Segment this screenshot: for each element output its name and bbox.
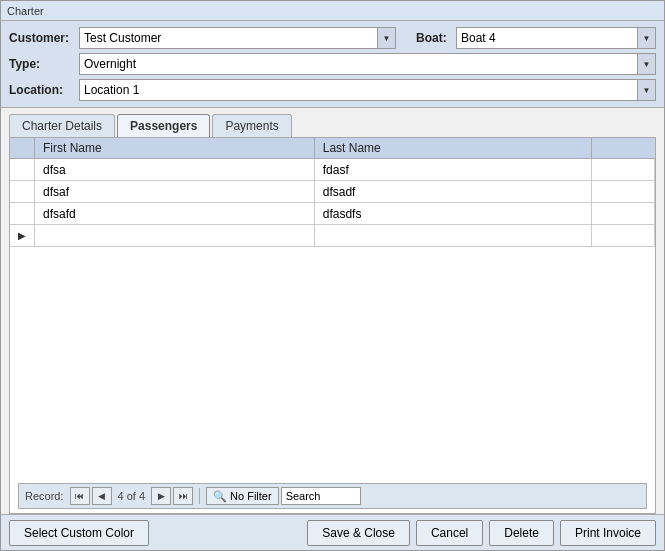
row-indicator-3: [10, 203, 35, 225]
delete-button[interactable]: Delete: [489, 520, 554, 546]
row-indicator-1: [10, 159, 35, 181]
boat-input-wrapper: ▼: [456, 27, 656, 49]
tab-bar: Charter Details Passengers Payments: [9, 114, 656, 137]
type-input[interactable]: [80, 54, 637, 74]
customer-row: Customer: ▼ Boat: ▼: [9, 27, 656, 49]
location-dropdown-arrow[interactable]: ▼: [637, 80, 655, 100]
row-indicator-2: [10, 181, 35, 203]
cell-first-3[interactable]: dfsafd: [35, 203, 315, 225]
tabs-area: Charter Details Passengers Payments: [1, 108, 664, 137]
content-area: First Name Last Name dfsa fdasf: [1, 137, 664, 514]
bottom-buttons: Select Custom Color Save & Close Cancel …: [1, 514, 664, 550]
passengers-table: First Name Last Name dfsa fdasf: [10, 138, 655, 247]
cell-first-new[interactable]: [35, 225, 315, 247]
cell-last-new[interactable]: [314, 225, 591, 247]
cell-last-2[interactable]: dfsadf: [314, 181, 591, 203]
location-input-wrapper: ▼: [79, 79, 656, 101]
boat-dropdown-arrow[interactable]: ▼: [637, 28, 655, 48]
table-row: dfsa fdasf: [10, 159, 655, 181]
cell-extra-3: [592, 203, 655, 225]
select-custom-color-button[interactable]: Select Custom Color: [9, 520, 149, 546]
print-invoice-button[interactable]: Print Invoice: [560, 520, 656, 546]
location-label: Location:: [9, 83, 79, 97]
filter-button[interactable]: 🔍 No Filter: [206, 487, 279, 505]
action-buttons: Save & Close Cancel Delete Print Invoice: [307, 520, 656, 546]
filter-label: No Filter: [230, 490, 272, 502]
type-row: Type: ▼: [9, 53, 656, 75]
tab-charter-details[interactable]: Charter Details: [9, 114, 115, 137]
title-bar: Charter: [1, 1, 664, 21]
cell-extra-1: [592, 159, 655, 181]
col-header-first-name: First Name: [35, 138, 315, 159]
filter-icon: 🔍: [213, 490, 227, 503]
table-row: dfsafd dfasdfs: [10, 203, 655, 225]
col-header-last-name: Last Name: [314, 138, 591, 159]
location-input[interactable]: [80, 80, 637, 100]
tab-payments[interactable]: Payments: [212, 114, 291, 137]
boat-input[interactable]: [457, 28, 637, 48]
table-row: dfsaf dfsadf: [10, 181, 655, 203]
cell-extra-new: [592, 225, 655, 247]
cell-last-1[interactable]: fdasf: [314, 159, 591, 181]
boat-field: ▼: [456, 27, 656, 49]
form-area: Customer: ▼ Boat: ▼ Type: ▼: [1, 21, 664, 108]
nav-divider: [199, 488, 200, 504]
boat-label: Boat:: [416, 31, 456, 45]
customer-input-wrapper: ▼: [79, 27, 396, 49]
col-header-spacer: [592, 138, 655, 159]
customer-input[interactable]: [80, 28, 377, 48]
save-close-button[interactable]: Save & Close: [307, 520, 410, 546]
cell-extra-2: [592, 181, 655, 203]
search-input[interactable]: [281, 487, 361, 505]
type-label: Type:: [9, 57, 79, 71]
charter-window: Charter Customer: ▼ Boat: ▼ Type:: [0, 0, 665, 551]
type-field: ▼: [79, 53, 656, 75]
customer-field: ▼: [79, 27, 396, 49]
row-indicator-header: [10, 138, 35, 159]
type-dropdown-arrow[interactable]: ▼: [637, 54, 655, 74]
nav-last-button[interactable]: ⏭: [173, 487, 193, 505]
nav-next-button[interactable]: ▶: [151, 487, 171, 505]
table-header-row: First Name Last Name: [10, 138, 655, 159]
type-input-wrapper: ▼: [79, 53, 656, 75]
customer-label: Customer:: [9, 31, 79, 45]
window-title: Charter: [7, 5, 44, 17]
location-field: ▼: [79, 79, 656, 101]
table-new-row: ▶: [10, 225, 655, 247]
tab-content-passengers: First Name Last Name dfsa fdasf: [9, 137, 656, 514]
nav-first-button[interactable]: ⏮: [70, 487, 90, 505]
cell-last-3[interactable]: dfasdfs: [314, 203, 591, 225]
cancel-button[interactable]: Cancel: [416, 520, 483, 546]
nav-prev-button[interactable]: ◀: [92, 487, 112, 505]
tab-passengers[interactable]: Passengers: [117, 114, 210, 137]
record-label: Record:: [25, 490, 64, 502]
nav-record-info: 4 of 4: [118, 490, 146, 502]
cell-first-2[interactable]: dfsaf: [35, 181, 315, 203]
cell-first-1[interactable]: dfsa: [35, 159, 315, 181]
record-nav: Record: ⏮ ◀ 4 of 4 ▶ ⏭ 🔍 No Filter: [18, 483, 647, 509]
passengers-table-container: First Name Last Name dfsa fdasf: [10, 138, 655, 311]
row-indicator-new: ▶: [10, 225, 35, 247]
location-row: Location: ▼: [9, 79, 656, 101]
customer-dropdown-arrow[interactable]: ▼: [377, 28, 395, 48]
